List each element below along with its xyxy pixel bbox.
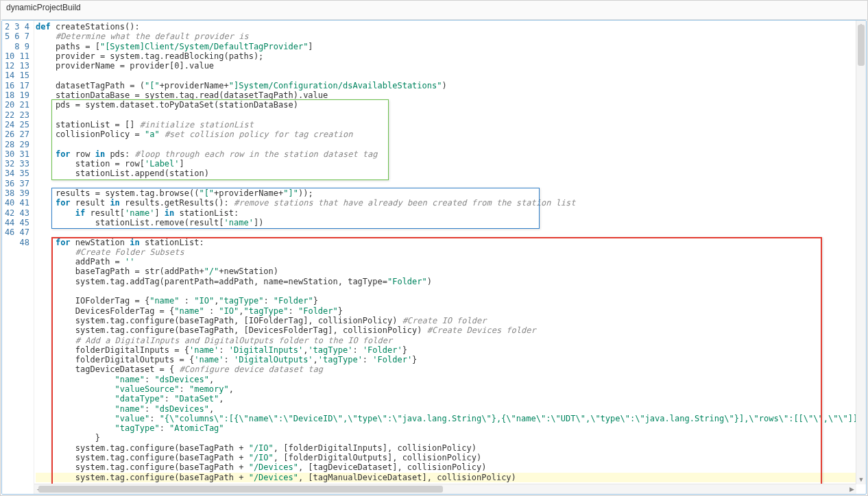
horizontal-scrollbar[interactable]: ◀ ▶ (34, 484, 856, 494)
code-line[interactable]: for result in results.getResults(): #rem… (36, 198, 863, 208)
code-line[interactable]: folderDigitalOutputs = {'name': 'Digital… (36, 355, 863, 364)
code-line[interactable]: "name": "dsDevices", (36, 375, 863, 384)
code-line[interactable]: IOFolderTag = {"name" : "IO","tagType": … (36, 296, 863, 306)
code-line[interactable]: "valueSource": "memory", (36, 384, 863, 394)
code-line[interactable]: folderDigitalInputs = {'name': 'DigitalI… (36, 345, 863, 355)
window-shell: dynamicProjectBuild 2 3 4 5 6 7 8 9 10 1… (0, 0, 868, 496)
code-line[interactable] (36, 227, 863, 237)
tab-title[interactable]: dynamicProjectBuild (1, 1, 867, 20)
code-line[interactable]: stationList.remove(result['name']) (36, 218, 863, 227)
code-line[interactable] (36, 71, 863, 80)
code-line[interactable]: # Add a DigitalInputs and DigitalOutputs… (36, 336, 863, 345)
code-line[interactable]: collisionPolicy = "a" #set collision pol… (36, 129, 863, 139)
code-line[interactable]: def createStations(): (36, 22, 863, 32)
code-line[interactable]: results = system.tag.browse(("["+provide… (36, 188, 863, 198)
code-line[interactable]: providerName = provider[0].value (36, 61, 863, 71)
code-line[interactable]: for newStation in stationList: (36, 238, 863, 247)
code-line[interactable]: paths = ["[System]Client/System/DefaultT… (36, 42, 863, 51)
code-line[interactable]: system.tag.configure(baseTagPath, [Devic… (36, 325, 863, 335)
code-line[interactable]: system.tag.configure(baseTagPath + "/IO"… (36, 443, 863, 453)
code-editor[interactable]: 2 3 4 5 6 7 8 9 10 11 12 13 14 15 16 17 … (1, 20, 867, 495)
code-line[interactable]: system.tag.configure(baseTagPath + "/Dev… (36, 462, 863, 472)
code-line[interactable]: DevicesFolderTag = {"name" : "IO","tagTy… (36, 306, 863, 316)
code-line[interactable]: #Create Folder Subsets (36, 247, 863, 257)
code-line[interactable]: "name": "dsDevices", (36, 404, 863, 414)
code-line[interactable] (36, 140, 863, 149)
code-line[interactable]: station = row['Label'] (36, 159, 863, 169)
code-line[interactable]: stationList.append(station) (36, 169, 863, 178)
code-line[interactable]: system.tag.configure(baseTagPath, [IOFol… (36, 316, 863, 325)
vertical-scrollbar[interactable]: ▲ ▼ (856, 21, 866, 484)
code-line[interactable]: for row in pds: #loop through each row i… (36, 149, 863, 159)
code-line[interactable] (36, 110, 863, 120)
code-line[interactable]: "tagType": "AtomicTag" (36, 423, 863, 433)
code-line[interactable]: provider = system.tag.readBlocking(paths… (36, 51, 863, 61)
code-line[interactable]: addPath = '' (36, 257, 863, 266)
code-line[interactable]: tagDeviceDataset = { #Configure device d… (36, 364, 863, 374)
code-line[interactable]: if result['name'] in stationList: (36, 208, 863, 218)
code-line[interactable]: baseTagPath = str(addPath+"/"+newStation… (36, 266, 863, 276)
code-line[interactable]: system.tag.configure(baseTagPath + "/Dev… (36, 473, 863, 482)
code-line[interactable]: system.tag.addTag(parentPath=addPath, na… (36, 277, 863, 286)
horizontal-scroll-thumb[interactable] (38, 486, 443, 493)
code-scroll-area[interactable]: def createStations(): #Determine what th… (34, 21, 866, 494)
code-line[interactable]: pds = system.dataset.toPyDataSet(station… (36, 100, 863, 110)
code-line[interactable]: "value": "{\"columns\":[{\"name\":\"Devi… (36, 414, 863, 423)
vertical-scroll-thumb[interactable] (858, 25, 865, 66)
code-content[interactable]: def createStations(): #Determine what th… (34, 21, 866, 484)
line-number-gutter: 2 3 4 5 6 7 8 9 10 11 12 13 14 15 16 17 … (2, 21, 34, 494)
code-line[interactable]: datasetTagPath = ("["+providerName+"]Sys… (36, 81, 863, 90)
code-line[interactable]: #Determine what the default provider is (36, 32, 863, 41)
code-line[interactable] (36, 179, 863, 188)
code-line[interactable]: } (36, 433, 863, 443)
tab-title-text: dynamicProjectBuild (6, 3, 81, 12)
code-line[interactable]: system.tag.configure(baseTagPath + "/IO"… (36, 453, 863, 462)
scroll-down-arrow[interactable]: ▼ (856, 475, 866, 484)
code-line[interactable]: stationDataBase = system.tag.read(datase… (36, 90, 863, 100)
code-line[interactable]: stationList = [] #initialize stationList (36, 120, 863, 129)
scroll-right-arrow[interactable]: ▶ (847, 484, 856, 494)
code-line[interactable]: "dataType": "DataSet", (36, 394, 863, 404)
code-line[interactable] (36, 286, 863, 296)
